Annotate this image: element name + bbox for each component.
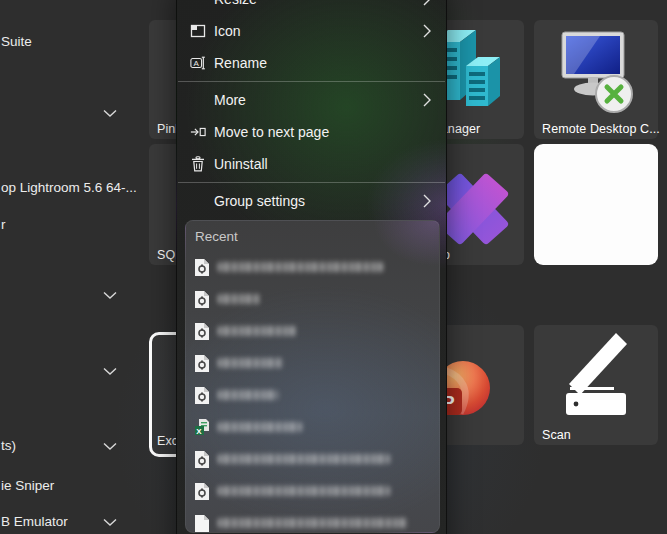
rename-icon: A <box>190 55 206 71</box>
excel-document-icon <box>194 450 210 469</box>
excel-workbook-icon: X <box>194 418 210 437</box>
tile-blank-white[interactable] <box>534 144 658 265</box>
chevron-right-icon <box>423 194 431 208</box>
menu-item-label: Icon <box>214 23 423 39</box>
menu-item-label: More <box>214 92 423 108</box>
menu-item-rename[interactable]: A Rename <box>177 47 446 79</box>
chevron-down-icon[interactable] <box>103 291 117 300</box>
recent-item[interactable] <box>191 347 439 379</box>
app-label: ts) <box>1 438 16 453</box>
recent-header: Recent <box>191 227 439 247</box>
recent-item-blurred-text <box>218 422 302 432</box>
context-menu: Resize Icon A Rename <box>176 0 447 534</box>
recent-item[interactable] <box>191 379 439 411</box>
trash-icon <box>190 156 206 172</box>
excel-document-icon <box>194 482 210 501</box>
scanner-icon <box>550 327 642 419</box>
recent-item-blurred-text <box>218 294 260 304</box>
recent-item[interactable]: X <box>191 411 439 443</box>
menu-item-label: Rename <box>214 55 434 71</box>
recent-item[interactable] <box>191 475 439 507</box>
recent-item[interactable] <box>191 251 439 283</box>
sidebar-item-fragment[interactable]: r <box>0 216 6 234</box>
move-to-page-icon <box>190 124 206 140</box>
chevron-down-icon[interactable] <box>103 367 117 376</box>
excel-document-icon <box>194 354 210 373</box>
recent-item-blurred-text <box>218 486 390 496</box>
menu-item-label: Uninstall <box>214 156 434 172</box>
recent-item[interactable] <box>191 507 439 533</box>
menu-item-uninstall[interactable]: Uninstall <box>177 148 446 180</box>
chevron-down-icon[interactable] <box>103 109 117 118</box>
sidebar-item-ts[interactable]: ts) <box>0 437 16 455</box>
recent-item-blurred-text <box>218 358 284 368</box>
recent-item[interactable] <box>191 443 439 475</box>
resize-icon <box>190 0 206 7</box>
svg-text:X: X <box>196 426 202 435</box>
app-label: r <box>1 217 6 232</box>
recent-item-blurred-text <box>218 262 383 272</box>
recent-item[interactable] <box>191 315 439 347</box>
recent-item[interactable] <box>191 283 439 315</box>
menu-item-label: Group settings <box>214 193 423 209</box>
tile-remote-desktop[interactable]: Remote Desktop C... <box>534 20 658 139</box>
app-label: ie Sniper <box>1 478 54 493</box>
tile-label: Scan <box>542 428 571 442</box>
tile-icon-icon <box>190 23 206 39</box>
menu-item-more[interactable]: More <box>177 84 446 116</box>
recent-item-blurred-text <box>218 454 390 464</box>
recent-item-blurred-text <box>218 390 278 400</box>
chevron-right-icon <box>423 24 431 38</box>
start-menu: Suite op Lightroom 5.6 64-... r ts) ie S… <box>0 0 667 534</box>
tile-label: Remote Desktop C... <box>542 122 660 136</box>
menu-item-icon[interactable]: Icon <box>177 15 446 47</box>
app-label: op Lightroom 5.6 64-... <box>1 180 137 195</box>
menu-separator <box>178 81 445 82</box>
app-label: Suite <box>1 34 32 49</box>
plain-document-icon <box>194 514 210 533</box>
remote-desktop-icon <box>546 26 646 126</box>
menu-item-label: Move to next page <box>214 124 434 140</box>
recent-item-blurred-text <box>218 326 296 336</box>
excel-document-icon <box>194 386 210 405</box>
excel-document-icon <box>194 290 210 309</box>
sidebar-item-sniper[interactable]: ie Sniper <box>0 477 54 495</box>
excel-document-icon <box>194 258 210 277</box>
excel-document-icon <box>194 322 210 341</box>
sidebar-item-lightroom[interactable]: op Lightroom 5.6 64-... <box>0 179 137 197</box>
chevron-down-icon[interactable] <box>103 518 117 527</box>
menu-item-move-to-next-page[interactable]: Move to next page <box>177 116 446 148</box>
menu-item-resize[interactable]: Resize <box>177 0 446 15</box>
app-label: B Emulator <box>1 514 68 529</box>
menu-separator <box>178 182 445 183</box>
menu-item-label: Resize <box>214 0 423 7</box>
menu-item-group-settings[interactable]: Group settings <box>177 185 446 217</box>
recent-item-blurred-text <box>218 518 408 528</box>
sidebar-item-emulator[interactable]: B Emulator <box>0 513 68 531</box>
chevron-right-icon <box>423 0 431 6</box>
chevron-down-icon[interactable] <box>103 442 117 451</box>
recent-panel: Recent X <box>185 220 440 533</box>
sidebar-item-suite[interactable]: Suite <box>0 33 32 51</box>
chevron-right-icon <box>423 93 431 107</box>
tile-scan[interactable]: Scan <box>534 325 658 445</box>
svg-text:A: A <box>194 59 200 68</box>
